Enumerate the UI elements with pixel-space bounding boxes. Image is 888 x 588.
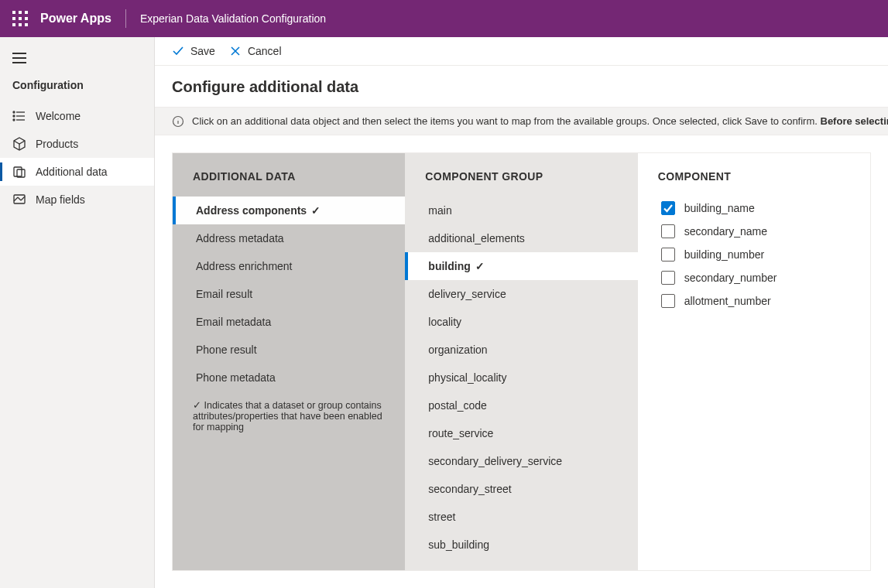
component-group-item[interactable]: secondary_street — [405, 475, 637, 503]
component-group-item[interactable]: main — [405, 197, 637, 224]
additional-data-item[interactable]: Email result — [173, 280, 405, 308]
checkbox[interactable] — [661, 201, 675, 215]
list-item-label: sub_building — [428, 538, 489, 551]
list-item-label: Phone metadata — [196, 371, 276, 384]
main-area: Save Cancel Configure additional data Cl… — [155, 37, 888, 588]
col-header-component-group: COMPONENT GROUP — [405, 153, 637, 197]
component-item[interactable]: building_name — [638, 197, 870, 220]
additional-data-item[interactable]: Address components✓ — [173, 197, 405, 224]
list-item-label: secondary_delivery_service — [428, 455, 562, 467]
enabled-check-icon: ✓ — [311, 204, 321, 217]
list-item-label: Email result — [196, 288, 252, 300]
app-name: Power Apps — [37, 12, 122, 26]
additional-data-item[interactable]: Email metadata — [173, 308, 405, 336]
svg-point-5 — [13, 119, 15, 121]
list-item-label: delivery_service — [428, 288, 506, 300]
component-group-item[interactable]: additional_elements — [405, 224, 637, 252]
checkbox[interactable] — [661, 271, 675, 285]
component-label: building_number — [684, 248, 765, 261]
sidebar-item-map-fields[interactable]: Map fields — [0, 186, 154, 214]
list-item-label: Phone result — [196, 344, 257, 356]
svg-line-12 — [18, 197, 21, 200]
component-item[interactable]: allotment_number — [638, 289, 870, 313]
save-button[interactable]: Save — [172, 45, 215, 57]
list-item-label: secondary_street — [428, 483, 511, 495]
component-label: allotment_number — [684, 295, 771, 307]
sidebar-item-label: Welcome — [36, 110, 81, 122]
save-label: Save — [190, 45, 215, 57]
hamburger-icon[interactable] — [12, 53, 26, 63]
svg-point-18 — [178, 118, 179, 119]
sidebar-item-welcome[interactable]: Welcome — [0, 102, 154, 130]
info-text: Click on an additional data object and t… — [192, 115, 888, 127]
info-bar: Click on an additional data object and t… — [155, 107, 888, 135]
checkbox[interactable] — [661, 224, 675, 238]
list-icon — [12, 109, 26, 123]
svg-point-3 — [13, 111, 15, 113]
svg-rect-8 — [14, 167, 22, 176]
app-launcher-icon[interactable] — [12, 11, 28, 26]
component-group-item[interactable]: route_service — [405, 419, 637, 447]
cube-icon — [12, 137, 26, 151]
sidebar-item-products[interactable]: Products — [0, 130, 154, 158]
component-item[interactable]: secondary_name — [638, 220, 870, 243]
additional-data-item[interactable]: Phone metadata — [173, 364, 405, 391]
sidebar-item-additional-data[interactable]: Additional data — [0, 158, 154, 186]
list-item-label: locality — [428, 316, 461, 328]
list-item-label: Address metadata — [196, 232, 284, 244]
topbar: Power Apps Experian Data Validation Conf… — [0, 0, 888, 37]
list-item-label: physical_locality — [428, 371, 506, 384]
svg-line-11 — [14, 197, 18, 201]
column-component-group: COMPONENT GROUP mainadditional_elementsb… — [405, 153, 637, 570]
list-item-label: main — [428, 204, 451, 217]
sidebar-heading: Configuration — [0, 74, 154, 102]
check-icon — [172, 45, 184, 57]
component-group-item[interactable]: street — [405, 503, 637, 531]
component-item[interactable]: building_number — [638, 243, 870, 266]
data-icon — [12, 165, 26, 179]
list-item-label: route_service — [428, 427, 493, 439]
column-additional-data: ADDITIONAL DATA Address components✓Addre… — [173, 153, 405, 570]
component-label: secondary_number — [684, 272, 777, 284]
close-icon — [229, 45, 242, 57]
component-label: building_name — [684, 202, 755, 214]
component-group-item[interactable]: delivery_service — [405, 280, 637, 308]
component-group-item[interactable]: postal_code — [405, 391, 637, 419]
three-column-panel: ADDITIONAL DATA Address components✓Addre… — [172, 152, 871, 571]
sidebar: Configuration WelcomeProductsAdditional … — [0, 37, 155, 588]
list-item-label: organization — [428, 344, 487, 356]
checkbox[interactable] — [661, 294, 675, 308]
divider — [125, 9, 126, 28]
component-group-item[interactable]: locality — [405, 308, 637, 336]
info-icon — [172, 115, 184, 128]
page-name: Experian Data Validation Configuration — [129, 12, 326, 25]
list-item-label: postal_code — [428, 399, 487, 412]
cancel-button[interactable]: Cancel — [229, 45, 282, 57]
column-component: COMPONENT building_namesecondary_namebui… — [638, 153, 870, 570]
list-item-label: Address enrichment — [196, 260, 293, 272]
cancel-label: Cancel — [248, 45, 282, 57]
component-group-item[interactable]: organization — [405, 336, 637, 364]
additional-data-item[interactable]: Address metadata — [173, 224, 405, 252]
list-item-label: building — [428, 260, 470, 272]
action-bar: Save Cancel — [155, 37, 888, 66]
enabled-check-icon: ✓ — [475, 260, 485, 272]
component-item[interactable]: secondary_number — [638, 266, 870, 289]
list-item-label: Address components — [196, 204, 307, 217]
component-group-item[interactable]: physical_locality — [405, 364, 637, 391]
page-title: Configure additional data — [155, 66, 888, 107]
hint-note: ✓ Indicates that a dataset or group cont… — [173, 391, 405, 440]
map-icon — [12, 193, 26, 207]
col-header-component: COMPONENT — [638, 153, 870, 197]
sidebar-item-label: Map fields — [36, 193, 85, 206]
additional-data-item[interactable]: Phone result — [173, 336, 405, 364]
checkbox[interactable] — [661, 248, 675, 262]
svg-line-13 — [21, 197, 25, 200]
list-item-label: Email metadata — [196, 316, 271, 328]
list-item-label: street — [428, 511, 455, 523]
component-group-item[interactable]: sub_building — [405, 531, 637, 559]
additional-data-item[interactable]: Address enrichment — [173, 252, 405, 280]
component-group-item[interactable]: secondary_delivery_service — [405, 447, 637, 475]
component-group-item[interactable]: building✓ — [405, 252, 637, 280]
list-item-label: additional_elements — [428, 232, 525, 244]
